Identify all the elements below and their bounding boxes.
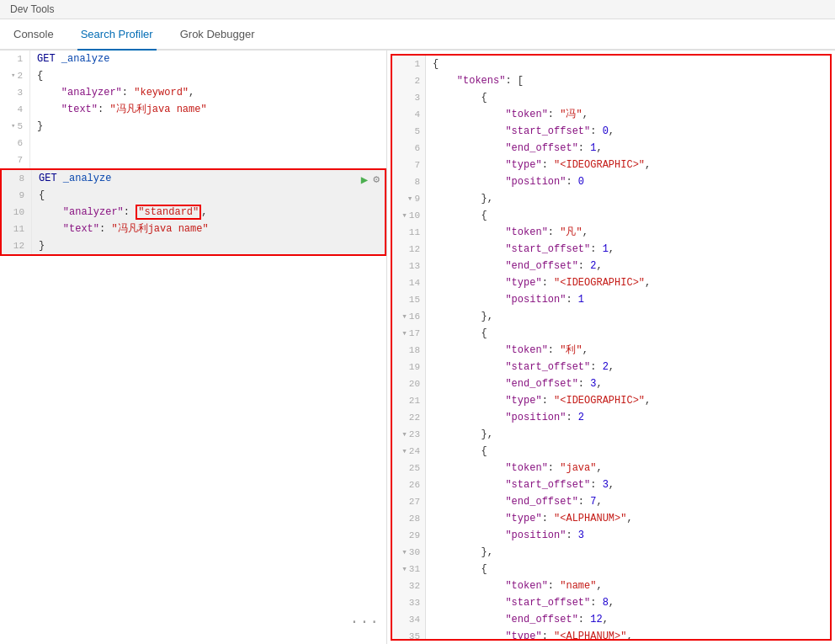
right-code-line-13: "end_offset": 2, bbox=[433, 258, 823, 274]
right-line-num-32: 32 bbox=[392, 577, 425, 594]
right-line-num-33: 33 bbox=[392, 594, 425, 611]
line-num-2: ▾2 bbox=[0, 67, 30, 84]
right-code-line-2: "tokens": [ bbox=[433, 72, 823, 89]
right-code-line-4: "token": "冯", bbox=[433, 106, 823, 123]
right-panel: 12345678▾9▾101112131415▾16▾171819202122▾… bbox=[391, 54, 832, 641]
code-line-11: 11 "text": "冯凡利java name" bbox=[2, 221, 385, 237]
right-line-num-4: 4 bbox=[392, 106, 425, 123]
right-line-num-20: 20 bbox=[392, 375, 425, 392]
right-code-line-27: "end_offset": 7, bbox=[433, 493, 823, 510]
ellipsis-button[interactable]: ··· bbox=[350, 614, 380, 631]
tab-console[interactable]: Console bbox=[10, 19, 57, 51]
right-line-num-3: 3 bbox=[392, 89, 425, 106]
right-line-num-31: ▾31 bbox=[392, 561, 425, 577]
block-actions: ▶ ⚙ bbox=[361, 170, 380, 187]
right-code-line-14: "type": "<IDEOGRAPHIC>", bbox=[433, 274, 823, 291]
highlighted-block: ▶ ⚙ 8 GET _analyze 9 { 10 "analyzer": "s… bbox=[0, 168, 386, 256]
line-num-8: 8 bbox=[2, 170, 32, 187]
line-num-1: 1 bbox=[0, 51, 30, 67]
right-line-num-5: 5 bbox=[392, 123, 425, 140]
tab-bar: Console Search Profiler Grok Debugger bbox=[0, 19, 835, 51]
right-code-line-19: "start_offset": 2, bbox=[433, 359, 823, 375]
line-num-11: 11 bbox=[2, 221, 32, 237]
line-content-11[interactable]: "text": "冯凡利java name" bbox=[39, 221, 385, 237]
left-panel: 1 GET _analyze ▾2 { 3 "analyzer": "keywo… bbox=[0, 51, 387, 644]
line-content-9[interactable]: { bbox=[39, 187, 385, 204]
right-code-line-21: "type": "<IDEOGRAPHIC>", bbox=[433, 392, 823, 409]
right-code-line-10: { bbox=[433, 207, 823, 224]
right-line-num-6: 6 bbox=[392, 140, 425, 157]
right-line-num-28: 28 bbox=[392, 510, 425, 527]
code-line-10: 10 "analyzer": "standard", bbox=[2, 204, 385, 221]
right-code-line-32: "token": "name", bbox=[433, 577, 823, 594]
line-num-4: 4 bbox=[0, 101, 30, 118]
code-editor: 1 GET _analyze ▾2 { 3 "analyzer": "keywo… bbox=[0, 51, 386, 256]
right-code-line-23: }, bbox=[433, 426, 823, 443]
right-code-line-28: "type": "<ALPHANUM>", bbox=[433, 510, 823, 527]
code-line-8: 8 GET _analyze bbox=[2, 170, 385, 187]
right-line-num-26: 26 bbox=[392, 476, 425, 493]
right-line-num-30: ▾30 bbox=[392, 544, 425, 561]
line-num-10: 10 bbox=[2, 204, 32, 221]
right-line-num-10: ▾10 bbox=[392, 207, 425, 224]
right-code-line-1: { bbox=[433, 56, 823, 72]
code-line-7: 7 bbox=[0, 152, 386, 168]
main-area: 1 GET _analyze ▾2 { 3 "analyzer": "keywo… bbox=[0, 51, 835, 644]
line-content-2[interactable]: { bbox=[37, 67, 386, 84]
code-line-4: 4 "text": "冯凡利java name" bbox=[0, 101, 386, 118]
right-code-line-25: "token": "java", bbox=[433, 460, 823, 476]
right-code-line-34: "end_offset": 12, bbox=[433, 611, 823, 628]
right-line-num-15: 15 bbox=[392, 291, 425, 308]
right-code-line-26: "start_offset": 3, bbox=[433, 476, 823, 493]
line-content-1[interactable]: GET _analyze bbox=[37, 51, 386, 67]
line-content-3[interactable]: "analyzer": "keyword", bbox=[37, 84, 386, 101]
right-code-line-3: { bbox=[433, 89, 823, 106]
right-code-line-7: "type": "<IDEOGRAPHIC>", bbox=[433, 157, 823, 173]
right-code-line-33: "start_offset": 8, bbox=[433, 594, 823, 611]
right-code-line-20: "end_offset": 3, bbox=[433, 375, 823, 392]
code-line-6: 6 bbox=[0, 135, 386, 152]
right-code-line-9: }, bbox=[433, 190, 823, 207]
line-num-5: ▾5 bbox=[0, 118, 30, 135]
right-line-num-27: 27 bbox=[392, 493, 425, 510]
line-content-5[interactable]: } bbox=[37, 118, 386, 135]
right-line-num-8: 8 bbox=[392, 173, 425, 190]
right-line-num-1: 1 bbox=[392, 56, 425, 72]
run-button[interactable]: ▶ bbox=[361, 173, 368, 187]
code-line-12: 12 } bbox=[2, 237, 385, 254]
right-line-num-7: 7 bbox=[392, 157, 425, 173]
right-line-num-16: ▾16 bbox=[392, 308, 425, 325]
right-code-line-31: { bbox=[433, 561, 823, 577]
line-content-10[interactable]: "analyzer": "standard", bbox=[39, 204, 385, 221]
line-num-7: 7 bbox=[0, 152, 30, 168]
line-content-8[interactable]: GET _analyze bbox=[39, 170, 385, 187]
right-line-num-22: 22 bbox=[392, 409, 425, 426]
right-line-numbers: 12345678▾9▾101112131415▾16▾171819202122▾… bbox=[392, 56, 426, 641]
line-content-12[interactable]: } bbox=[39, 237, 385, 254]
right-line-num-9: ▾9 bbox=[392, 190, 425, 207]
line-num-12: 12 bbox=[2, 237, 32, 254]
right-panel-inner: 12345678▾9▾101112131415▾16▾171819202122▾… bbox=[392, 56, 830, 641]
right-code-line-15: "position": 1 bbox=[433, 291, 823, 308]
right-code-line-8: "position": 0 bbox=[433, 173, 823, 190]
right-line-num-11: 11 bbox=[392, 224, 425, 241]
right-line-num-12: 12 bbox=[392, 241, 425, 258]
right-line-num-13: 13 bbox=[392, 258, 425, 274]
title-bar: Dev Tools bbox=[0, 0, 835, 19]
line-content-4[interactable]: "text": "冯凡利java name" bbox=[37, 101, 386, 118]
right-line-num-21: 21 bbox=[392, 392, 425, 409]
code-line-2: ▾2 { bbox=[0, 67, 386, 84]
right-code-line-11: "token": "凡", bbox=[433, 224, 823, 241]
right-line-num-23: ▾23 bbox=[392, 426, 425, 443]
right-line-num-17: ▾17 bbox=[392, 325, 425, 342]
app-title: Dev Tools bbox=[10, 3, 54, 15]
right-code-line-29: "position": 3 bbox=[433, 527, 823, 544]
code-line-1: 1 GET _analyze bbox=[0, 51, 386, 67]
right-code-line-30: }, bbox=[433, 544, 823, 561]
right-code: { "tokens": [ { "token": "冯", "start_off… bbox=[426, 56, 830, 641]
tab-grok-debugger[interactable]: Grok Debugger bbox=[177, 19, 258, 51]
right-code-line-16: }, bbox=[433, 308, 823, 325]
tab-search-profiler[interactable]: Search Profiler bbox=[77, 19, 157, 51]
right-line-num-29: 29 bbox=[392, 527, 425, 544]
settings-button[interactable]: ⚙ bbox=[373, 173, 380, 186]
